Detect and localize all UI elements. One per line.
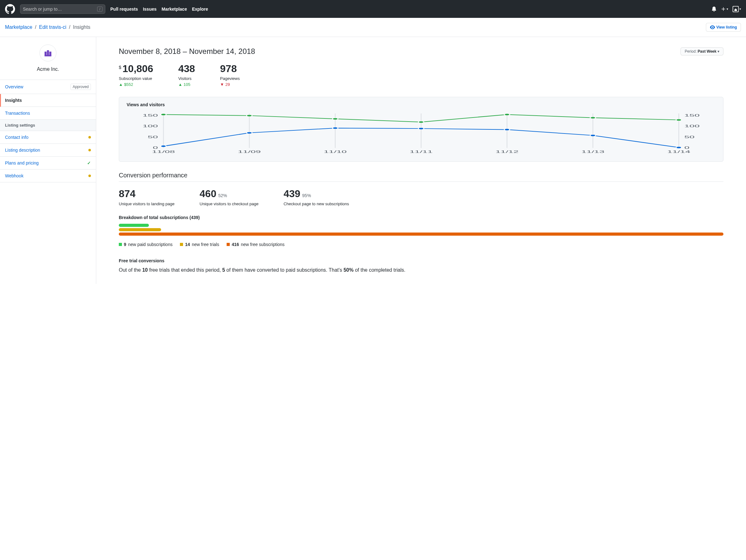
svg-point-34 bbox=[676, 119, 682, 121]
search-input[interactable] bbox=[23, 7, 97, 11]
status-dot-icon bbox=[88, 175, 91, 177]
nav-links: Pull requests Issues Marketplace Explore bbox=[110, 7, 208, 11]
square-icon bbox=[119, 243, 122, 246]
svg-point-33 bbox=[590, 117, 596, 119]
free-trial-title: Free trial conversions bbox=[119, 258, 723, 263]
top-nav: / Pull requests Issues Marketplace Explo… bbox=[0, 0, 746, 18]
svg-text:0: 0 bbox=[684, 146, 689, 149]
svg-point-40 bbox=[590, 135, 596, 136]
svg-text:50: 50 bbox=[684, 136, 695, 139]
svg-text:150: 150 bbox=[143, 114, 158, 117]
nav-marketplace[interactable]: Marketplace bbox=[162, 7, 187, 11]
search-input-container[interactable]: / bbox=[20, 4, 105, 14]
svg-text:11/14: 11/14 bbox=[667, 150, 690, 153]
breadcrumb-marketplace[interactable]: Marketplace bbox=[5, 25, 32, 30]
sidebar-item-webhook[interactable]: Webhook bbox=[0, 170, 96, 182]
svg-text:11/10: 11/10 bbox=[324, 150, 347, 153]
svg-text:11/11: 11/11 bbox=[410, 150, 433, 153]
svg-point-39 bbox=[504, 129, 510, 131]
svg-text:11/08: 11/08 bbox=[152, 150, 175, 153]
breakdown-title: Breakdown of total subscriptions (439) bbox=[119, 215, 723, 220]
breakdown-legend: 9 new paid subscriptions 14 new free tri… bbox=[119, 242, 723, 247]
nav-pull-requests[interactable]: Pull requests bbox=[110, 7, 138, 11]
chart-title: Views and visitors bbox=[126, 102, 716, 107]
period-dropdown[interactable]: Period: Past Week ▾ bbox=[681, 47, 723, 56]
svg-text:50: 50 bbox=[148, 136, 158, 139]
nav-explore[interactable]: Explore bbox=[192, 7, 208, 11]
svg-text:150: 150 bbox=[684, 114, 699, 117]
delta-down: ▼29 bbox=[220, 82, 240, 87]
svg-text:0: 0 bbox=[153, 146, 157, 149]
sidebar-item-transactions[interactable]: Transactions bbox=[0, 107, 96, 120]
conv-subscriptions: 43995% Checkout page to new subscription… bbox=[284, 188, 349, 206]
square-icon bbox=[180, 243, 183, 246]
delta-up: ▲$552 bbox=[119, 82, 153, 87]
metric-visitors: 438 Visitors ▲105 bbox=[178, 63, 195, 87]
metric-pageviews: 978 Pageviews ▼29 bbox=[220, 63, 240, 87]
breadcrumb-current: Insights bbox=[73, 25, 90, 30]
caret-down-icon: ▾ bbox=[726, 7, 728, 11]
bar-free bbox=[119, 233, 723, 236]
sidebar-item-overview[interactable]: Overview Approved bbox=[0, 80, 96, 94]
sidebar-settings-header: Listing settings bbox=[0, 120, 96, 131]
sidebar-item-insights[interactable]: Insights bbox=[0, 94, 96, 107]
view-listing-button[interactable]: View listing bbox=[706, 23, 741, 32]
svg-rect-4 bbox=[47, 50, 49, 56]
svg-text:100: 100 bbox=[684, 124, 699, 128]
status-dot-icon bbox=[88, 149, 91, 151]
status-dot-icon bbox=[88, 136, 91, 139]
svg-text:11/09: 11/09 bbox=[238, 150, 261, 153]
org-logo-icon bbox=[44, 49, 52, 57]
svg-text:11/13: 11/13 bbox=[581, 150, 604, 153]
breadcrumb-edit[interactable]: Edit travis-ci bbox=[39, 25, 66, 30]
org-block: Acme Inc. bbox=[0, 37, 96, 80]
github-logo-icon[interactable] bbox=[5, 4, 15, 14]
views-visitors-chart: 11/0811/0911/1011/1111/1211/1311/1405010… bbox=[126, 110, 716, 154]
svg-point-36 bbox=[247, 132, 252, 134]
avatar-icon bbox=[733, 6, 739, 12]
approved-badge: Approved bbox=[70, 84, 91, 90]
arrow-up-icon: ▲ bbox=[178, 82, 182, 87]
top-metrics: $10,806 Subscription value ▲$552 438 Vis… bbox=[119, 63, 723, 87]
svg-point-37 bbox=[333, 127, 338, 129]
content: November 8, 2018 – November 14, 2018 Per… bbox=[96, 37, 746, 284]
sidebar-item-description[interactable]: Listing description bbox=[0, 144, 96, 157]
conversion-title: Conversion performance bbox=[119, 172, 723, 182]
nav-issues[interactable]: Issues bbox=[143, 7, 157, 11]
svg-text:100: 100 bbox=[143, 124, 158, 128]
svg-point-29 bbox=[247, 115, 252, 117]
delta-up: ▲105 bbox=[178, 82, 195, 87]
views-chart-box: Views and visitors 11/0811/0911/1011/111… bbox=[119, 97, 723, 162]
sidebar-item-contact[interactable]: Contact info bbox=[0, 131, 96, 144]
breadcrumb: Marketplace / Edit travis-ci / Insights bbox=[5, 25, 90, 30]
svg-point-38 bbox=[419, 127, 424, 129]
org-name: Acme Inc. bbox=[0, 66, 96, 72]
sub-header: Marketplace / Edit travis-ci / Insights … bbox=[0, 18, 746, 37]
conv-landing: 874 Unique visitors to landing page bbox=[119, 188, 175, 206]
svg-point-28 bbox=[161, 114, 167, 116]
breakdown-bars bbox=[119, 224, 723, 236]
org-logo bbox=[39, 45, 56, 61]
svg-text:11/12: 11/12 bbox=[495, 150, 518, 153]
conversion-metrics: 874 Unique visitors to landing page 4605… bbox=[119, 188, 723, 206]
legend-trials: 14 new free trials bbox=[180, 242, 219, 247]
svg-rect-5 bbox=[45, 55, 51, 56]
svg-point-41 bbox=[676, 147, 682, 149]
legend-free: 416 new free subscriptions bbox=[227, 242, 285, 247]
check-icon: ✓ bbox=[87, 160, 91, 166]
slash-hint: / bbox=[97, 7, 103, 11]
top-right-icons: ▾ ▾ bbox=[712, 6, 741, 12]
date-range: November 8, 2018 – November 14, 2018 bbox=[119, 47, 255, 56]
square-icon bbox=[227, 243, 230, 246]
bell-icon[interactable] bbox=[712, 7, 717, 11]
plus-dropdown[interactable]: ▾ bbox=[721, 7, 728, 11]
sidebar: Acme Inc. Overview Approved Insights Tra… bbox=[0, 37, 96, 284]
svg-point-32 bbox=[504, 114, 510, 116]
arrow-down-icon: ▼ bbox=[220, 82, 224, 87]
arrow-up-icon: ▲ bbox=[119, 82, 123, 87]
user-menu[interactable]: ▾ bbox=[733, 6, 741, 12]
metric-subscription-value: $10,806 Subscription value ▲$552 bbox=[119, 63, 153, 87]
caret-down-icon: ▾ bbox=[739, 7, 741, 11]
svg-point-30 bbox=[333, 118, 338, 120]
sidebar-item-plans[interactable]: Plans and pricing ✓ bbox=[0, 157, 96, 170]
